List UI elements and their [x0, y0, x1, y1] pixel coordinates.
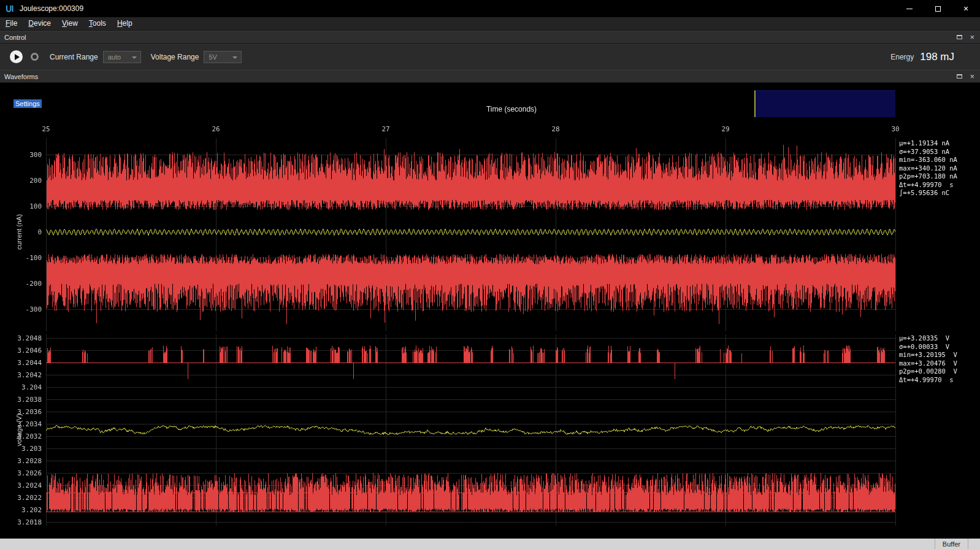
waveform-canvas[interactable]	[0, 83, 980, 539]
stat-line: max=+340.120 nA	[899, 164, 979, 173]
current-range-select[interactable]: auto	[103, 51, 141, 63]
close-button[interactable]: ×	[952, 0, 980, 17]
close-dock-icon[interactable]: ×	[970, 74, 974, 80]
app-icon	[5, 4, 15, 13]
titlebar: Joulescope:000309 ×	[0, 0, 980, 17]
stat-line: μ=+1.19134 nA	[899, 139, 979, 148]
stat-line: σ=+0.00033 V	[899, 343, 979, 351]
menu-item-view[interactable]: View	[56, 17, 83, 30]
status-bar: Buffer	[0, 539, 980, 549]
voltage-range-label: Voltage Range	[151, 53, 199, 61]
stat-line: μ=+3.20335 V	[899, 334, 979, 343]
stat-line: min=+3.20195 V	[899, 351, 979, 359]
window-controls: ×	[895, 0, 980, 17]
menu-item-device[interactable]: Device	[23, 17, 56, 30]
stat-line: min=-363.060 nA	[899, 156, 979, 164]
voltage-stats: μ=+3.20335 Vσ=+0.00033 Vmin=+3.20195 Vma…	[899, 334, 979, 384]
menu-item-help[interactable]: Help	[112, 17, 138, 30]
control-dock-header: Control ×	[0, 31, 980, 44]
energy-display: Energy 198 mJ	[890, 51, 980, 63]
minimize-button[interactable]	[895, 0, 924, 17]
control-toolbar: Current Range auto Voltage Range 5V Ener…	[0, 44, 980, 70]
app-window: Joulescope:000309 × FileDeviceViewToolsH…	[0, 0, 980, 549]
control-dock-title: Control	[0, 34, 26, 41]
stat-line: ∫=+5.95636 nC	[899, 189, 979, 198]
window-title: Joulescope:000309	[20, 4, 83, 13]
float-window-icon[interactable]	[957, 35, 962, 39]
time-axis-title: Time (seconds)	[486, 105, 537, 113]
chevron-down-icon	[232, 56, 237, 59]
current-range-label: Current Range	[50, 53, 98, 61]
waveforms-dock-title: Waveforms	[0, 73, 38, 80]
stat-line: max=+3.20476 V	[899, 359, 979, 368]
float-window-icon[interactable]	[957, 74, 962, 79]
voltage-range-select[interactable]: 5V	[204, 51, 242, 63]
stat-line: σ=+37.9053 nA	[899, 148, 979, 156]
energy-label: Energy	[890, 53, 914, 61]
buffer-overview[interactable]	[754, 90, 895, 117]
waveform-area: Settings Time (seconds) μ=+1.19134 nAσ=+…	[0, 83, 980, 539]
stat-line: p2p=+703.180 nA	[899, 172, 979, 181]
menu-item-file[interactable]: File	[0, 17, 23, 30]
minimize-icon	[906, 9, 913, 9]
close-dock-icon[interactable]: ×	[970, 34, 974, 40]
waveforms-dock-header: Waveforms ×	[0, 70, 980, 83]
buffer-status-label: Buffer	[935, 539, 968, 549]
voltage-range-value: 5V	[209, 53, 216, 61]
current-axis-label: current (nA)	[15, 214, 23, 250]
menu-bar: FileDeviceViewToolsHelp	[0, 17, 980, 31]
stat-line: Δt=+4.99970 s	[899, 376, 979, 385]
chevron-down-icon	[132, 56, 137, 59]
current-range-value: auto	[108, 53, 121, 61]
play-icon	[15, 54, 20, 60]
record-button[interactable]	[31, 53, 39, 61]
play-button[interactable]	[10, 50, 23, 63]
settings-button[interactable]: Settings	[13, 99, 42, 108]
energy-value: 198 mJ	[920, 51, 954, 63]
stat-line: Δt=+4.99970 s	[899, 181, 979, 190]
maximize-button[interactable]	[924, 0, 952, 17]
resize-grip[interactable]	[968, 539, 980, 549]
maximize-icon	[935, 6, 941, 12]
voltage-axis-label: voltage (V)	[15, 413, 23, 446]
menu-item-tools[interactable]: Tools	[83, 17, 112, 30]
stat-line: p2p=+0.00280 V	[899, 367, 979, 376]
current-stats: μ=+1.19134 nAσ=+37.9053 nAmin=-363.060 n…	[899, 139, 979, 198]
